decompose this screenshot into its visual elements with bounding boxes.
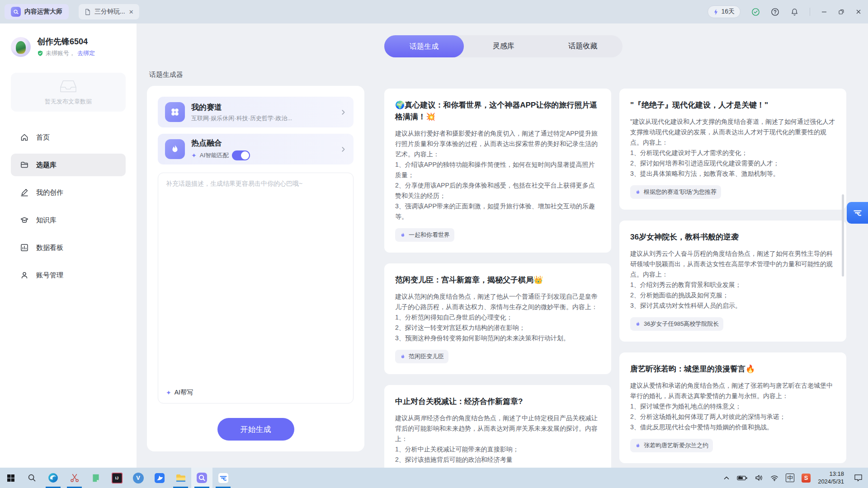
lightning-icon (713, 9, 718, 15)
generate-button[interactable]: 开始生成 (217, 418, 294, 441)
topic-card-body: 建议从两岸经济合作的角度结合热点，阐述了中止特定税目产品关税减让背后的可能影响和… (395, 413, 600, 465)
tab-topic-generate[interactable]: 话题生成 (384, 35, 464, 57)
document-tab[interactable]: 三分钟玩... ✕ (79, 4, 139, 19)
sidebar-item-topics[interactable]: 选题库 (11, 154, 126, 176)
notepad-app-icon (91, 473, 101, 483)
ai-match-toggle[interactable] (232, 150, 250, 160)
account-icon (20, 271, 29, 280)
sidebar-item-label: 首页 (36, 133, 50, 142)
taskbar-v-app-icon[interactable]: V (127, 468, 149, 488)
tab-inspiration-library[interactable]: 灵感库 (464, 42, 543, 51)
edge-icon (47, 472, 59, 483)
topic-tag-label: 根据您的赛道'职场'为您推荐 (644, 188, 717, 196)
flame-icon (635, 321, 641, 327)
knowledge-icon (20, 216, 29, 225)
topic-tag-label: 36岁女子任985高校学院院长 (644, 320, 719, 328)
topic-source-tag[interactable]: 张若昀唐艺昕爱尔兰之约 (630, 439, 713, 452)
topic-source-tag[interactable]: 一起和你看世界 (395, 228, 454, 242)
window-titlebar: 内容运营大师 三分钟玩... ✕ 16天 (0, 0, 868, 23)
topic-card[interactable]: 中止对台关税减让：经济合作新篇章? 建议从两岸经济合作的角度结合热点，阐述了中止… (384, 385, 611, 468)
notifications-bell-icon[interactable] (790, 8, 799, 16)
wifi-icon[interactable] (770, 475, 778, 481)
topic-card[interactable]: 36岁女神院长，教科书般的逆袭 建议从刘秀云个人奋斗历程的角度结合热点，阐述了如… (619, 221, 846, 342)
taskbar-edge-icon[interactable] (42, 468, 64, 488)
taskbar-content-master-icon[interactable] (191, 468, 212, 488)
topic-card[interactable]: "『绝绝子』现代化建设，人才是关键！" "建议从现代化建设和人才支撑的角度结合赛… (619, 89, 846, 210)
topic-card-line: 3、提出具体策略和方法，如教育改革、激励机制等。 (630, 169, 835, 179)
sidebar-item-home[interactable]: 首页 (11, 126, 126, 149)
tray-expand-icon[interactable] (723, 475, 730, 481)
taskbar-start-icon[interactable] (0, 468, 21, 488)
help-icon[interactable] (771, 8, 779, 16)
taskbar-file-explorer-icon[interactable] (170, 468, 191, 488)
restore-button[interactable] (838, 9, 844, 15)
publish-data-empty-card: 暂无发布文章数据 (11, 73, 126, 112)
sidebar-item-knowledge[interactable]: 知识库 (11, 209, 126, 231)
topic-card-line: 3、预测这种身份转变将如何影响范闲的未来决策和行动计划。 (395, 333, 600, 343)
floating-app-shortcut[interactable] (847, 202, 868, 224)
sidebar-item-dashboard[interactable]: 数据看板 (11, 236, 126, 259)
sogou-icon[interactable]: S (802, 474, 811, 483)
main-content: 话题生成 灵感库 话题收藏 话题生成器 我的赛道 互联网·娱乐休闲·科技·历史哲… (137, 23, 868, 468)
trial-days-label: 16天 (721, 8, 735, 16)
document-icon (84, 9, 91, 15)
topic-source-tag[interactable]: 范闲臣变儿臣 (395, 350, 448, 363)
home-icon (20, 133, 29, 142)
sidebar-item-label: 数据看板 (36, 244, 63, 252)
topic-card-body: 建议从爱情和承诺的角度结合热点，阐述了张若昀与唐艺昕在古老城堡中举行的婚礼，从而… (630, 380, 835, 432)
flame-icon (165, 139, 185, 159)
topic-card-body: 建议从范闲的角度结合热点，阐述了他从一个普通臣子到发现自己是皇帝儿子的心路历程，… (395, 291, 600, 343)
topic-input-placeholder: 补充话题描述，生成结果更容易击中你的心巴哦~ (158, 173, 353, 195)
topic-card-line: 3、探讨其成功对女性科研人员的启示。 (630, 300, 835, 311)
bind-account-link[interactable]: 去绑定 (77, 49, 95, 57)
volume-icon[interactable] (755, 474, 763, 481)
topic-card-line: 2、分享使用该APP后的亲身体验和感受，包括在社交平台上获得更多点赞和关注的经历… (395, 180, 600, 201)
my-track-card[interactable]: 我的赛道 互联网·娱乐休闲·科技·历史哲学·政治... (158, 97, 354, 127)
taskbar-search-icon[interactable] (21, 468, 42, 488)
taskbar-clock[interactable]: 13:18 2024/5/31 (818, 470, 844, 486)
sidebar-item-label: 选题库 (36, 161, 57, 169)
topic-generator-panel: 我的赛道 互联网·娱乐休闲·科技·历史哲学·政治... 热点融合 ✦ AI智能匹… (147, 86, 364, 451)
empty-state-label: 暂无发布文章数据 (45, 98, 92, 106)
taskbar-bird-app-icon[interactable] (149, 468, 170, 488)
topic-card[interactable]: 范闲变儿臣：宫斗新篇章，揭秘父子棋局👑 建议从范闲的角度结合热点，阐述了他从一个… (384, 263, 611, 374)
topic-description-input[interactable]: 补充话题描述，生成结果更容易击中你的心巴哦~ ✦ AI帮写 (158, 173, 354, 404)
chevron-right-icon (340, 109, 346, 115)
topic-card-body: 建议从刘秀云个人奋斗历程的角度结合热点，阐述了如何在男性主导的科研领域中脱颖而出… (630, 249, 835, 311)
ai-write-label: AI帮写 (175, 389, 193, 397)
app-tab-label: 内容运营大师 (24, 8, 62, 16)
ime-indicator[interactable]: 中 (786, 474, 794, 482)
topic-source-tag[interactable]: 36岁女子任985高校学院院长 (630, 317, 723, 331)
taskbar-notepad-app-icon[interactable] (85, 468, 106, 488)
topic-card-title: 36岁女神院长，教科书般的逆袭 (630, 231, 835, 243)
sidebar-item-creations[interactable]: 我的创作 (11, 181, 126, 204)
sidebar-item-account[interactable]: 账号管理 (11, 264, 126, 286)
action-center-icon[interactable] (854, 474, 863, 482)
topic-source-tag[interactable]: 根据您的赛道'职场'为您推荐 (630, 185, 721, 199)
track-card-title: 我的赛道 (191, 102, 334, 113)
close-doc-tab-icon[interactable]: ✕ (129, 9, 134, 15)
topic-tag-label: 范闲臣变儿臣 (409, 352, 444, 361)
taskbar-intellij-idea-icon[interactable]: IJ (106, 468, 127, 488)
battery-icon[interactable] (737, 475, 748, 481)
topic-card[interactable]: 唐艺昕张若昀：城堡里的浪漫誓言🔥 建议从爱情和承诺的角度结合热点，阐述了张若昀与… (619, 352, 846, 463)
hotspot-fusion-card[interactable]: 热点融合 ✦ AI智能匹配 (158, 134, 354, 164)
windows-taskbar: IJ V 中 S 13:18 2024/5/31 (0, 468, 868, 488)
ai-write-button[interactable]: ✦ AI帮写 (166, 389, 193, 397)
app-tab[interactable]: 内容运营大师 (5, 4, 69, 19)
taskbar-doc-cloud-app-icon[interactable] (212, 468, 234, 488)
close-button[interactable] (855, 9, 862, 15)
topic-card[interactable]: 🌍真心建议：和你看世界，这个神器APP让你的旅行照片逼格满满！💥 建议从旅行爱好… (384, 89, 611, 253)
taskbar-snipping-tool-icon[interactable] (64, 468, 85, 488)
empty-inbox-icon (58, 79, 79, 94)
minimize-button[interactable] (821, 9, 827, 15)
sidebar: 创作先锋6504 未绑账号， 去绑定 暂无发布文章数据 首页 选题库 我的创作 … (0, 23, 137, 468)
system-tray: 中 S 13:18 2024/5/31 (723, 470, 868, 486)
avatar[interactable] (11, 37, 31, 57)
check-circle-icon[interactable] (751, 8, 760, 16)
trial-badge[interactable]: 16天 (708, 5, 741, 18)
scrollbar-thumb[interactable] (842, 194, 844, 277)
tab-topic-favorites[interactable]: 话题收藏 (543, 42, 623, 51)
topic-card-line: 1、分析中止关税减让可能带来的直接影响； (395, 444, 600, 455)
topic-tag-label: 一起和你看世界 (409, 231, 450, 239)
